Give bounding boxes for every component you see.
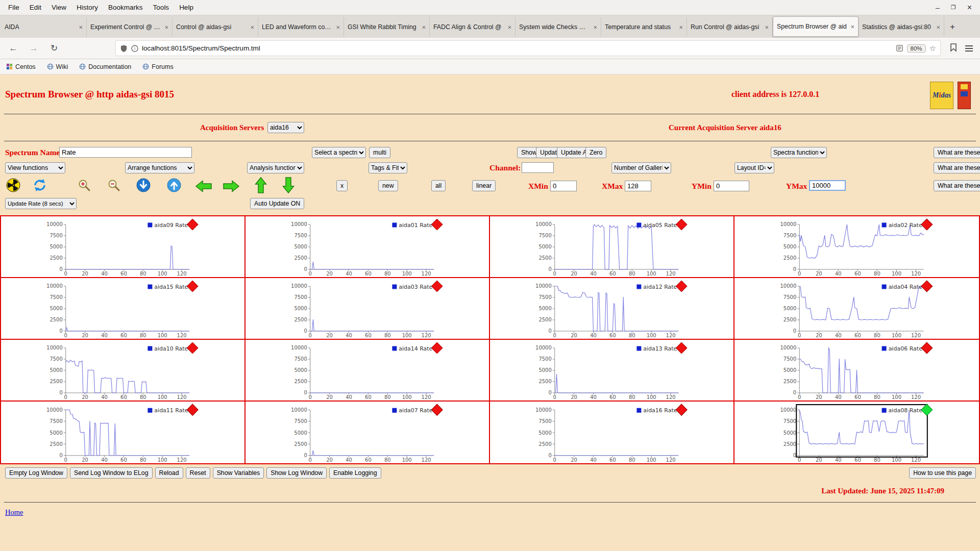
red-diamond-marker[interactable] (431, 281, 443, 292)
menu-item-history[interactable]: History (71, 2, 103, 13)
tab-close-icon[interactable]: × (79, 23, 83, 31)
tab-close-icon[interactable]: × (679, 23, 683, 31)
tab-close-icon[interactable]: × (164, 23, 168, 31)
red-diamond-marker[interactable] (921, 219, 933, 230)
what-are-these-button-2[interactable]: What are these? (934, 162, 980, 173)
spectrum-cell-aida05[interactable]: 025005000750010000020406080100120aida05 … (490, 216, 734, 278)
ymax-input[interactable] (809, 180, 846, 191)
shield-icon[interactable] (120, 44, 128, 53)
spectrum-cell-aida03[interactable]: 025005000750010000020406080100120aida03 … (246, 278, 490, 340)
address-bar[interactable]: i localhost:8015/Spectrum/Spectrum.tml 8… (115, 40, 941, 56)
red-diamond-marker[interactable] (676, 219, 687, 230)
menu-hamburger-icon[interactable] (965, 45, 973, 52)
tab-close-icon[interactable]: × (507, 23, 511, 31)
red-diamond-marker[interactable] (676, 281, 687, 292)
red-diamond-marker[interactable] (676, 342, 687, 354)
x-button[interactable]: x (336, 180, 348, 191)
zoom-level-badge[interactable]: 80% (907, 44, 926, 53)
radiation-icon[interactable] (6, 178, 20, 192)
red-diamond-marker[interactable] (676, 404, 687, 415)
menu-item-bookmarks[interactable]: Bookmarks (103, 2, 148, 13)
arrow-up-icon[interactable] (254, 177, 267, 194)
ymin-input[interactable] (714, 181, 749, 191)
how-to-use-button[interactable]: How to use this page (909, 467, 976, 479)
bookmark-centos[interactable]: Centos (6, 63, 36, 70)
close-icon[interactable]: × (967, 4, 972, 12)
green-diamond-marker[interactable] (921, 404, 933, 415)
back-button[interactable]: ← (5, 41, 21, 56)
tab-close-icon[interactable]: × (765, 23, 769, 31)
red-diamond-marker[interactable] (187, 281, 198, 292)
red-diamond-marker[interactable] (431, 404, 443, 415)
tab-spectrum-browser-aid[interactable]: Spectrum Browser @ aid× (773, 16, 859, 37)
tab-fadc-align-control[interactable]: FADC Align & Control @× (430, 17, 516, 37)
xmax-input[interactable] (625, 181, 651, 191)
menu-item-edit[interactable]: Edit (24, 2, 46, 13)
spectrum-cell-aida14[interactable]: 025005000750010000020406080100120aida14 … (246, 340, 490, 402)
home-link[interactable]: Home (5, 508, 23, 517)
reset-button[interactable]: Reset (186, 467, 210, 479)
bookmark-wiki[interactable]: Wiki (47, 63, 68, 70)
bookmark-documentation[interactable]: Documentation (79, 63, 131, 70)
zero-button[interactable]: Zero (585, 147, 606, 158)
spectrum-cell-aida11[interactable]: 025005000750010000020406080100120aida11 … (1, 402, 246, 463)
enable-logging-button[interactable]: Enable Logging (329, 467, 381, 479)
tab-close-icon[interactable]: × (936, 23, 940, 31)
what-are-these-button-3[interactable]: What are these? (934, 180, 980, 191)
arrange-functions-dropdown[interactable]: Arrange functions (125, 162, 194, 173)
what-are-these-button-1[interactable]: What are these? (934, 147, 980, 158)
red-diamond-marker[interactable] (187, 342, 198, 354)
xmin-input[interactable] (550, 181, 577, 191)
reload-button[interactable]: Reload (155, 467, 183, 479)
zoom-out-icon[interactable] (107, 179, 120, 192)
update-rate-dropdown[interactable]: Update Rate (8 secs) (5, 198, 77, 209)
tags-fits-dropdown[interactable]: Tags & Fits (369, 162, 407, 173)
number-of-galleries-dropdown[interactable]: Number of Galleries (611, 162, 671, 173)
tab-close-icon[interactable]: × (250, 23, 254, 31)
view-functions-dropdown[interactable]: View functions (5, 162, 65, 173)
tab-close-icon[interactable]: × (593, 23, 597, 31)
spectrum-cell-aida10[interactable]: 025005000750010000020406080100120aida10 … (1, 340, 246, 402)
refresh-cycle-icon[interactable] (33, 178, 47, 192)
spectra-functions-dropdown[interactable]: Spectra functions (771, 147, 827, 158)
tab-system-wide-checks-ai[interactable]: System wide Checks @ ai× (516, 17, 601, 37)
bookmark-star-icon[interactable]: ☆ (929, 44, 936, 53)
bookmark-forums[interactable]: Forums (142, 63, 173, 70)
spectrum-cell-aida06[interactable]: 025005000750010000020406080100120aida06 … (734, 340, 979, 402)
tab-aida[interactable]: AIDA× (1, 17, 87, 37)
restore-icon[interactable]: ❐ (951, 5, 956, 10)
send-log-window-to-elog-button[interactable]: Send Log Window to ELog (70, 467, 153, 479)
new-tab-button[interactable]: + (944, 17, 961, 37)
spectrum-cell-aida08[interactable]: 025005000750010000020406080100120aida08 … (734, 402, 979, 463)
tab-run-control-aidas-gsi[interactable]: Run Control @ aidas-gsi× (687, 17, 773, 37)
spectrum-cell-aida01[interactable]: 025005000750010000020406080100120aida01 … (246, 216, 490, 278)
show-variables-button[interactable]: Show Variables (213, 467, 264, 479)
spectrum-cell-aida12[interactable]: 025005000750010000020406080100120aida12 … (490, 278, 734, 340)
forward-button[interactable]: → (26, 41, 42, 56)
spectrum-cell-aida15[interactable]: 025005000750010000020406080100120aida15 … (1, 278, 246, 340)
red-diamond-marker[interactable] (431, 342, 443, 354)
tab-statistics-aidas-gsi-80[interactable]: Statistics @ aidas-gsi:80× (859, 17, 944, 37)
menu-item-tools[interactable]: Tools (148, 2, 175, 13)
red-diamond-marker[interactable] (921, 281, 933, 292)
channel-input[interactable] (522, 162, 554, 173)
tab-led-and-waveform-control[interactable]: LED and Waveform control× (258, 17, 344, 37)
site-info-icon[interactable]: i (131, 45, 138, 52)
tab-experiment-control-aidas-gsi[interactable]: Experiment Control @ aidas-gsi× (87, 17, 173, 37)
reader-view-icon[interactable] (896, 44, 903, 52)
arrow-right-icon[interactable] (223, 180, 240, 193)
spectrum-cell-aida07[interactable]: 025005000750010000020406080100120aida07 … (246, 402, 490, 463)
select-spectrum-dropdown[interactable]: Select a spectrum (312, 147, 366, 158)
tab-close-icon[interactable]: × (850, 23, 854, 31)
spectrum-cell-aida02[interactable]: 025005000750010000020406080100120aida02 … (734, 216, 979, 278)
menu-item-help[interactable]: Help (174, 2, 199, 13)
analysis-functions-dropdown[interactable]: Analysis functions (247, 162, 304, 173)
url-text[interactable]: localhost:8015/Spectrum/Spectrum.tml (142, 44, 892, 52)
minimize-icon[interactable]: – (936, 4, 940, 11)
multi-button[interactable]: multi (369, 147, 390, 158)
layout-id-dropdown[interactable]: Layout ID=1 (734, 162, 774, 173)
spectrum-cell-aida13[interactable]: 025005000750010000020406080100120aida13 … (490, 340, 734, 402)
spectrum-cell-aida09[interactable]: 025005000750010000020406080100120aida09 … (1, 216, 246, 278)
menu-item-view[interactable]: View (46, 2, 71, 13)
empty-log-window-button[interactable]: Empty Log Window (5, 467, 67, 479)
